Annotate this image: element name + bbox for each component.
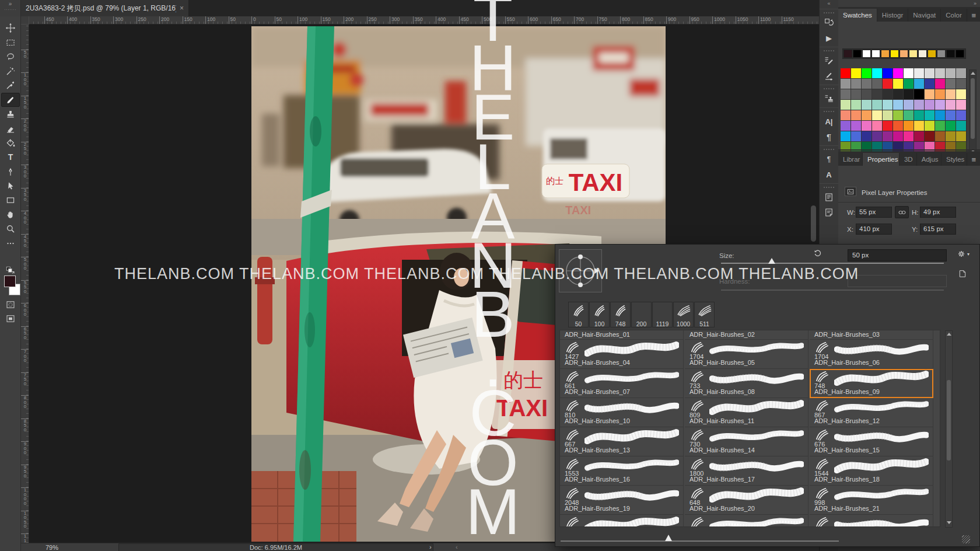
brush-item-partial[interactable]: ADR_Hair-Brushes_01 [560, 330, 684, 340]
eraser-tool[interactable] [1, 121, 20, 135]
brush-item[interactable]: 1427ADR_Hair-Brushes_04 [560, 340, 684, 369]
new-brush-icon[interactable] [958, 269, 967, 281]
tab-styles[interactable]: Styles [942, 153, 967, 166]
brush-item[interactable]: 867ADR_Hair-Brushes_12 [810, 398, 933, 427]
swatch[interactable] [914, 131, 924, 141]
swatch[interactable] [914, 89, 924, 99]
brush-item-partial[interactable] [560, 515, 684, 527]
swatch[interactable] [883, 110, 892, 120]
swatch[interactable] [946, 89, 956, 99]
paragraph-panel-icon[interactable]: ¶ [820, 129, 838, 144]
horizontal-ruler[interactable]: 4504003503002502001501005005010015020025… [21, 16, 819, 25]
swatch[interactable] [904, 100, 914, 110]
brush-size-preset[interactable]: 50 [568, 302, 589, 327]
swatch[interactable] [935, 100, 945, 110]
swatch[interactable] [862, 89, 872, 99]
link-dimensions-button[interactable] [895, 206, 909, 218]
x-input[interactable]: 410 px [856, 224, 892, 235]
swatch[interactable] [956, 68, 966, 78]
brush-size-preset[interactable]: 1119 [652, 302, 673, 327]
recent-swatch[interactable] [946, 50, 955, 58]
magic-wand-tool[interactable] [1, 64, 20, 78]
pen-tool[interactable] [1, 165, 20, 179]
swatch[interactable] [914, 100, 924, 110]
marquee-tool[interactable] [1, 36, 20, 50]
swatch[interactable] [904, 68, 914, 78]
swatch[interactable] [872, 68, 882, 78]
clone-source-panel-icon[interactable] [820, 91, 838, 106]
canvas-vertical-scrollbar[interactable] [811, 205, 816, 242]
preview-size-slider-thumb[interactable] [665, 535, 672, 541]
swatch[interactable] [851, 79, 861, 89]
swatch[interactable] [893, 100, 903, 110]
swatch[interactable] [935, 89, 945, 99]
swatch[interactable] [925, 100, 935, 110]
brush-item[interactable]: 733ADR_Hair-Brushes_08 [685, 369, 808, 398]
brush-item[interactable]: 1553ADR_Hair-Brushes_16 [560, 456, 684, 486]
swatches-scrollbar[interactable] [969, 69, 977, 156]
tab-swatches[interactable]: Swatches [838, 9, 877, 22]
swatch[interactable] [841, 131, 850, 141]
swatch[interactable] [904, 121, 914, 131]
brush-list-scrollbar[interactable] [945, 330, 953, 528]
brush-item[interactable]: 661ADR_Hair-Brushes_07 [560, 369, 684, 398]
type-tool[interactable]: T [1, 150, 20, 164]
swatch[interactable] [946, 68, 956, 78]
panel-menu-icon[interactable]: ≡ [967, 154, 980, 166]
toolbar-collapse-chevrons[interactable]: » [0, 0, 21, 16]
clone-stamp-tool[interactable] [1, 107, 20, 121]
recent-swatch[interactable] [881, 50, 890, 58]
scroll-down-icon[interactable] [947, 521, 951, 524]
swatch[interactable] [841, 110, 850, 120]
swatch[interactable] [883, 121, 892, 131]
swatch[interactable] [872, 79, 882, 89]
swatch[interactable] [914, 79, 924, 89]
tool-presets-panel-icon[interactable] [820, 68, 838, 83]
screen-mode-icon[interactable] [1, 312, 20, 326]
brush-size-input[interactable]: 50 px [848, 249, 947, 261]
notes-panel-icon[interactable] [820, 205, 838, 220]
brush-tool[interactable] [1, 93, 20, 107]
brush-item[interactable]: 1704ADR_Hair-Brushes_05 [685, 340, 808, 369]
recent-swatch[interactable] [956, 50, 964, 58]
swatch[interactable] [925, 79, 935, 89]
swatch[interactable] [841, 89, 850, 99]
swatch[interactable] [893, 79, 903, 89]
preview-size-slider-track[interactable] [561, 540, 839, 542]
brush-item-partial[interactable]: ADR_Hair-Brushes_02 [685, 330, 808, 340]
document-size-field[interactable]: Doc: 6.95M/16.2M [118, 543, 433, 551]
swatch[interactable] [851, 121, 861, 131]
swatch[interactable] [956, 110, 966, 120]
swatch[interactable] [935, 110, 945, 120]
swatch[interactable] [841, 79, 850, 89]
swatch[interactable] [872, 131, 882, 141]
character-styles-panel-icon[interactable]: A [820, 167, 838, 182]
glyphs-panel-icon[interactable]: ¶ [820, 152, 838, 167]
swatch[interactable] [935, 79, 945, 89]
swatch[interactable] [904, 89, 914, 99]
size-slider-thumb[interactable] [768, 258, 775, 264]
swatch[interactable] [935, 68, 945, 78]
swatch[interactable] [893, 121, 903, 131]
recent-swatch[interactable] [928, 50, 936, 58]
swatch[interactable] [862, 79, 872, 89]
brush-item[interactable]: 2048ADR_Hair-Brushes_19 [560, 486, 684, 515]
path-selection-tool[interactable] [1, 179, 20, 193]
scroll-up-icon[interactable] [971, 72, 975, 75]
brush-item[interactable]: 1704ADR_Hair-Brushes_06 [810, 340, 933, 369]
swatch[interactable] [904, 110, 914, 120]
swatch[interactable] [862, 131, 872, 141]
swatch[interactable] [925, 68, 935, 78]
swatch[interactable] [872, 110, 882, 120]
recent-swatch[interactable] [844, 50, 852, 58]
width-input[interactable]: 55 px [856, 207, 892, 218]
vertical-ruler[interactable]: 5010015020025030035040045050055060065070… [21, 25, 29, 543]
swatch[interactable] [925, 131, 935, 141]
brush-size-preset[interactable]: 100 [589, 302, 610, 327]
swatch[interactable] [883, 131, 892, 141]
swatch[interactable] [851, 110, 861, 120]
actions-panel-icon[interactable]: ▶ [820, 30, 838, 46]
recent-swatch[interactable] [909, 50, 918, 58]
zoom-level[interactable]: 79% [46, 543, 58, 551]
recent-swatch[interactable] [918, 50, 927, 58]
